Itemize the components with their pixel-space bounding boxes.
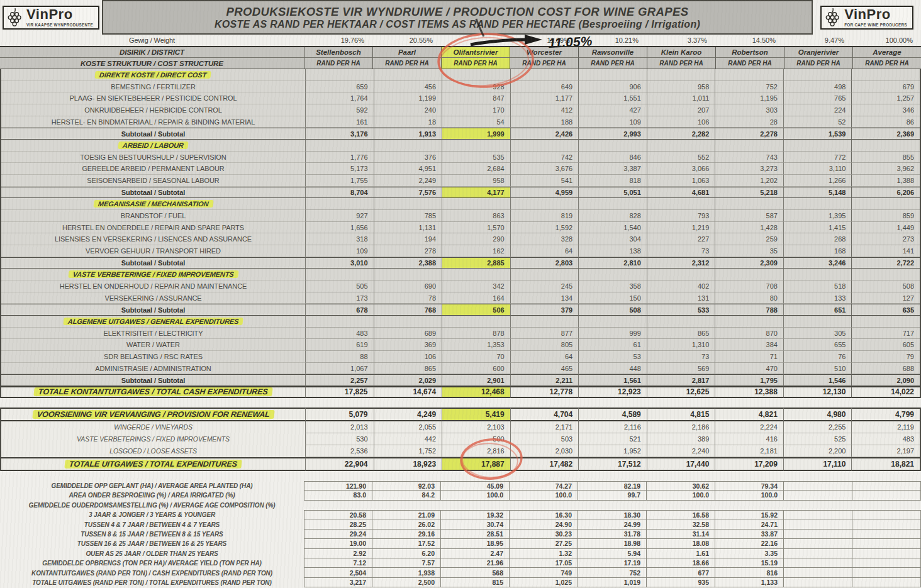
value-cell: 1,999: [442, 128, 510, 140]
value-cell: [647, 140, 715, 152]
row-label: TOTALE UITGAWES (RAND PER TON) / TOTAL E…: [0, 578, 304, 587]
value-cell: 2,029: [374, 374, 442, 386]
value-cell: 64: [510, 351, 579, 363]
subitem-row: WINGERDE / VINEYARDS2,0132,0552,1032,171…: [1, 421, 920, 433]
value-cell: 456: [374, 81, 442, 93]
value-cell: 503: [510, 433, 579, 445]
value-cell: 470: [715, 363, 783, 375]
value-cell: 29.16: [372, 530, 441, 539]
value-cell: 3,246: [783, 257, 852, 269]
value-cell: 518: [783, 280, 852, 292]
weight-value: 20.55%: [372, 35, 441, 46]
value-cell: 1,952: [578, 445, 647, 457]
statistics-table: GEMIDDELDE OPP GEPLANT (HA) / AVERAGE AR…: [0, 481, 921, 587]
value-cell: [784, 568, 852, 577]
row-label: Subtotaal / Subtotal: [1, 374, 305, 386]
value-cell: 141: [851, 245, 920, 257]
value-cell: [784, 519, 852, 529]
value-cell: 17.19: [578, 558, 647, 568]
value-cell: 7,576: [374, 187, 442, 199]
value-cell: 194: [374, 233, 442, 245]
value-cell: 500: [442, 433, 510, 445]
value-cell: [784, 510, 852, 519]
value-cell: [305, 269, 374, 280]
value-cell: [510, 269, 579, 280]
data-row: SEISOENSARBEID / SEASONAL LABOUR1,7552,2…: [1, 175, 920, 187]
row-label: GEREELDE ARBEID / PERMANENT LABOUR: [1, 163, 305, 175]
row-label: TOTALE UITGAWES / TOTAL EXPENDITURES: [1, 457, 305, 471]
value-cell: 73: [647, 245, 715, 257]
weight-value: 19.76%: [304, 35, 372, 46]
value-cell: 376: [374, 152, 442, 164]
value-cell: [784, 491, 852, 500]
value-cell: 278: [374, 245, 442, 257]
value-cell: 743: [715, 152, 783, 164]
data-row: BEMESTING / FERTILIZER659456928649906958…: [1, 81, 920, 93]
value-cell: 162: [442, 245, 510, 257]
value-cell: 3,010: [305, 257, 374, 269]
value-cell: 245: [510, 280, 579, 292]
value-cell: 26.02: [372, 519, 441, 529]
total-row: TOTALE UITGAWES / TOTAL EXPENDITURES22,9…: [1, 457, 920, 471]
value-cell: [442, 140, 510, 152]
district-paarl: Paarl: [372, 47, 441, 58]
value-cell: 70: [442, 351, 510, 363]
value-cell: 1,764: [305, 92, 374, 104]
value-cell: 150: [578, 292, 647, 304]
value-cell: 651: [783, 304, 852, 316]
value-cell: [852, 549, 921, 558]
value-cell: 106: [374, 351, 442, 363]
grapes-icon: [825, 6, 841, 28]
value-cell: 71: [715, 351, 783, 363]
district-header-row: DISIRIK / DISTRICTStellenboschPaarlOlifa…: [0, 46, 921, 58]
value-cell: 268: [783, 233, 852, 245]
highlighted-label: VOORSIENING VIR VERVANGING / PROVISION F…: [32, 410, 274, 419]
value-cell: 1,570: [442, 222, 510, 234]
value-cell: 29.24: [304, 530, 372, 539]
value-cell: [851, 316, 920, 328]
value-cell: 28.25: [304, 519, 372, 529]
value-cell: 1,067: [305, 363, 374, 375]
row-label: MEGANISASIE / MECHANISATION: [1, 198, 305, 210]
value-cell: 448: [578, 363, 647, 375]
row-label: VASTE VERBETERINGS / FIXED IMPROVEMENTS: [1, 433, 305, 445]
unit-cell: RAND PER HA: [784, 58, 852, 69]
value-cell: 659: [305, 81, 374, 93]
value-cell: 412: [510, 104, 579, 116]
value-cell: 1,019: [578, 578, 647, 587]
vinpro-logo-right: VinPro FOR CAPE WINE PRODUCERS: [820, 6, 913, 30]
value-cell: 4,681: [647, 187, 715, 199]
report-title: PRODUKSIEKOSTE VIR WYNDRUIWE / PRODUCTIO…: [226, 5, 688, 19]
row-label: ELEKTRISITEIT / ELECTRICITY: [1, 328, 305, 340]
district-average: Average: [852, 47, 921, 58]
value-cell: 828: [578, 210, 647, 222]
vinpro-logo-left: VinPro VIR KAAPSE WYNPRODUSENTE: [3, 6, 99, 30]
highlighted-label: TOTALE KONTANTUITGAWES / TOTAL CASH EXPE…: [33, 387, 272, 396]
value-cell: 18: [374, 116, 442, 128]
value-cell: 530: [305, 433, 374, 445]
value-cell: 27.25: [510, 539, 578, 548]
value-cell: [852, 530, 921, 539]
value-cell: [442, 69, 510, 81]
logo-name: VinPro: [844, 6, 891, 22]
value-cell: 533: [647, 304, 715, 316]
data-row: ELEKTRISITEIT / ELECTRICITY4836898788779…: [1, 328, 920, 340]
value-cell: 2,171: [510, 421, 579, 433]
weight-value: [441, 35, 510, 46]
value-cell: 749: [510, 568, 578, 577]
title-band: PRODUKSIEKOSTE VIR WYNDRUIWE / PRODUCTIO…: [102, 0, 813, 35]
value-cell: 389: [647, 433, 715, 445]
value-cell: 768: [374, 304, 442, 316]
value-cell: 2,817: [647, 374, 715, 386]
value-cell: 5,419: [442, 408, 510, 421]
value-cell: 138: [578, 245, 647, 257]
value-cell: 161: [305, 116, 374, 128]
weight-value: 9.47%: [784, 35, 852, 46]
value-cell: 870: [715, 328, 783, 340]
value-cell: 12,130: [783, 386, 852, 398]
value-cell: 2,278: [715, 128, 783, 140]
row-label: TOESIG EN BESTUURSHULP / SUPERVISION: [1, 152, 305, 164]
logo-area-right: VinPro FOR CAPE WINE PRODUCERS: [813, 0, 921, 35]
data-row: HERSTEL- EN BINDMATERIAAL / REPAIR & BIN…: [1, 116, 920, 128]
value-cell: 927: [305, 210, 374, 222]
